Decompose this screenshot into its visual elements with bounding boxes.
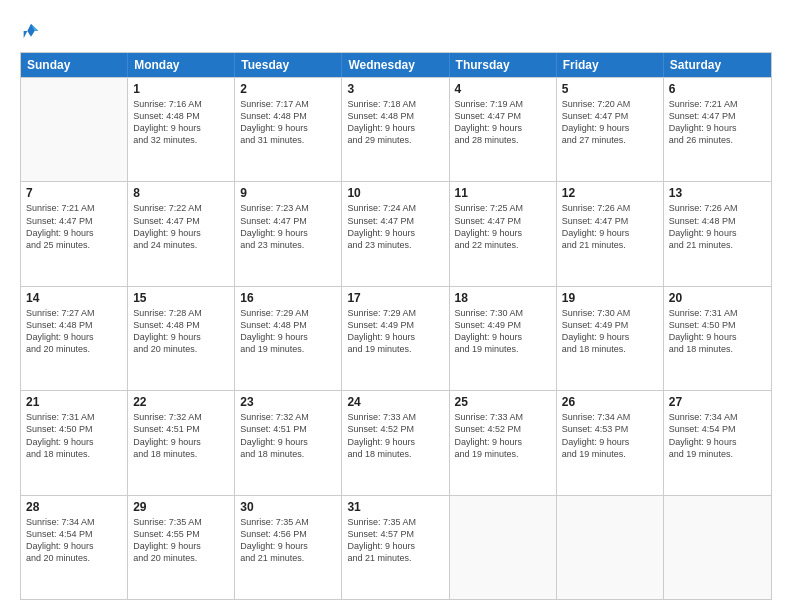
cell-day-number: 31 — [347, 500, 443, 514]
cell-day-number: 28 — [26, 500, 122, 514]
logo-icon — [20, 20, 42, 42]
cell-info: Sunrise: 7:28 AM Sunset: 4:48 PM Dayligh… — [133, 307, 229, 356]
page: SundayMondayTuesdayWednesdayThursdayFrid… — [0, 0, 792, 612]
calendar-cell: 18Sunrise: 7:30 AM Sunset: 4:49 PM Dayli… — [450, 287, 557, 390]
calendar-cell: 25Sunrise: 7:33 AM Sunset: 4:52 PM Dayli… — [450, 391, 557, 494]
cell-day-number: 8 — [133, 186, 229, 200]
weekday-header-wednesday: Wednesday — [342, 53, 449, 77]
cell-info: Sunrise: 7:32 AM Sunset: 4:51 PM Dayligh… — [240, 411, 336, 460]
cell-day-number: 13 — [669, 186, 766, 200]
calendar-row-0: 1Sunrise: 7:16 AM Sunset: 4:48 PM Daylig… — [21, 77, 771, 181]
calendar-cell: 23Sunrise: 7:32 AM Sunset: 4:51 PM Dayli… — [235, 391, 342, 494]
cell-info: Sunrise: 7:21 AM Sunset: 4:47 PM Dayligh… — [26, 202, 122, 251]
calendar-cell — [21, 78, 128, 181]
calendar-cell: 13Sunrise: 7:26 AM Sunset: 4:48 PM Dayli… — [664, 182, 771, 285]
cell-info: Sunrise: 7:33 AM Sunset: 4:52 PM Dayligh… — [347, 411, 443, 460]
weekday-header-thursday: Thursday — [450, 53, 557, 77]
cell-day-number: 19 — [562, 291, 658, 305]
calendar-cell: 21Sunrise: 7:31 AM Sunset: 4:50 PM Dayli… — [21, 391, 128, 494]
cell-info: Sunrise: 7:31 AM Sunset: 4:50 PM Dayligh… — [26, 411, 122, 460]
cell-day-number: 1 — [133, 82, 229, 96]
cell-day-number: 7 — [26, 186, 122, 200]
cell-day-number: 18 — [455, 291, 551, 305]
weekday-header-saturday: Saturday — [664, 53, 771, 77]
cell-info: Sunrise: 7:34 AM Sunset: 4:54 PM Dayligh… — [26, 516, 122, 565]
calendar-cell: 10Sunrise: 7:24 AM Sunset: 4:47 PM Dayli… — [342, 182, 449, 285]
cell-info: Sunrise: 7:34 AM Sunset: 4:54 PM Dayligh… — [669, 411, 766, 460]
calendar-cell — [664, 496, 771, 599]
cell-info: Sunrise: 7:16 AM Sunset: 4:48 PM Dayligh… — [133, 98, 229, 147]
calendar-cell: 16Sunrise: 7:29 AM Sunset: 4:48 PM Dayli… — [235, 287, 342, 390]
cell-day-number: 25 — [455, 395, 551, 409]
cell-day-number: 4 — [455, 82, 551, 96]
calendar-cell: 1Sunrise: 7:16 AM Sunset: 4:48 PM Daylig… — [128, 78, 235, 181]
cell-info: Sunrise: 7:33 AM Sunset: 4:52 PM Dayligh… — [455, 411, 551, 460]
calendar-cell — [557, 496, 664, 599]
cell-day-number: 27 — [669, 395, 766, 409]
cell-info: Sunrise: 7:35 AM Sunset: 4:56 PM Dayligh… — [240, 516, 336, 565]
calendar-cell: 3Sunrise: 7:18 AM Sunset: 4:48 PM Daylig… — [342, 78, 449, 181]
calendar-cell: 4Sunrise: 7:19 AM Sunset: 4:47 PM Daylig… — [450, 78, 557, 181]
cell-day-number: 10 — [347, 186, 443, 200]
calendar-cell: 31Sunrise: 7:35 AM Sunset: 4:57 PM Dayli… — [342, 496, 449, 599]
calendar-cell: 8Sunrise: 7:22 AM Sunset: 4:47 PM Daylig… — [128, 182, 235, 285]
calendar-cell: 6Sunrise: 7:21 AM Sunset: 4:47 PM Daylig… — [664, 78, 771, 181]
cell-info: Sunrise: 7:34 AM Sunset: 4:53 PM Dayligh… — [562, 411, 658, 460]
cell-day-number: 3 — [347, 82, 443, 96]
logo — [20, 18, 44, 42]
calendar-row-1: 7Sunrise: 7:21 AM Sunset: 4:47 PM Daylig… — [21, 181, 771, 285]
calendar-cell: 9Sunrise: 7:23 AM Sunset: 4:47 PM Daylig… — [235, 182, 342, 285]
cell-day-number: 16 — [240, 291, 336, 305]
calendar-cell: 30Sunrise: 7:35 AM Sunset: 4:56 PM Dayli… — [235, 496, 342, 599]
cell-day-number: 12 — [562, 186, 658, 200]
cell-day-number: 21 — [26, 395, 122, 409]
calendar-cell — [450, 496, 557, 599]
calendar-cell: 11Sunrise: 7:25 AM Sunset: 4:47 PM Dayli… — [450, 182, 557, 285]
cell-info: Sunrise: 7:27 AM Sunset: 4:48 PM Dayligh… — [26, 307, 122, 356]
cell-info: Sunrise: 7:30 AM Sunset: 4:49 PM Dayligh… — [455, 307, 551, 356]
calendar-cell: 24Sunrise: 7:33 AM Sunset: 4:52 PM Dayli… — [342, 391, 449, 494]
calendar-cell: 28Sunrise: 7:34 AM Sunset: 4:54 PM Dayli… — [21, 496, 128, 599]
cell-info: Sunrise: 7:20 AM Sunset: 4:47 PM Dayligh… — [562, 98, 658, 147]
cell-day-number: 6 — [669, 82, 766, 96]
cell-info: Sunrise: 7:35 AM Sunset: 4:57 PM Dayligh… — [347, 516, 443, 565]
weekday-header-monday: Monday — [128, 53, 235, 77]
calendar-cell: 20Sunrise: 7:31 AM Sunset: 4:50 PM Dayli… — [664, 287, 771, 390]
cell-day-number: 30 — [240, 500, 336, 514]
cell-info: Sunrise: 7:23 AM Sunset: 4:47 PM Dayligh… — [240, 202, 336, 251]
cell-day-number: 26 — [562, 395, 658, 409]
cell-info: Sunrise: 7:24 AM Sunset: 4:47 PM Dayligh… — [347, 202, 443, 251]
cell-info: Sunrise: 7:18 AM Sunset: 4:48 PM Dayligh… — [347, 98, 443, 147]
calendar-cell: 2Sunrise: 7:17 AM Sunset: 4:48 PM Daylig… — [235, 78, 342, 181]
cell-day-number: 11 — [455, 186, 551, 200]
cell-info: Sunrise: 7:19 AM Sunset: 4:47 PM Dayligh… — [455, 98, 551, 147]
weekday-header-friday: Friday — [557, 53, 664, 77]
cell-day-number: 22 — [133, 395, 229, 409]
cell-day-number: 5 — [562, 82, 658, 96]
cell-day-number: 9 — [240, 186, 336, 200]
cell-info: Sunrise: 7:22 AM Sunset: 4:47 PM Dayligh… — [133, 202, 229, 251]
cell-info: Sunrise: 7:26 AM Sunset: 4:47 PM Dayligh… — [562, 202, 658, 251]
calendar-cell: 7Sunrise: 7:21 AM Sunset: 4:47 PM Daylig… — [21, 182, 128, 285]
cell-day-number: 23 — [240, 395, 336, 409]
calendar-body: 1Sunrise: 7:16 AM Sunset: 4:48 PM Daylig… — [21, 77, 771, 599]
cell-info: Sunrise: 7:35 AM Sunset: 4:55 PM Dayligh… — [133, 516, 229, 565]
cell-day-number: 15 — [133, 291, 229, 305]
calendar-row-4: 28Sunrise: 7:34 AM Sunset: 4:54 PM Dayli… — [21, 495, 771, 599]
calendar-cell: 19Sunrise: 7:30 AM Sunset: 4:49 PM Dayli… — [557, 287, 664, 390]
calendar: SundayMondayTuesdayWednesdayThursdayFrid… — [20, 52, 772, 600]
cell-day-number: 24 — [347, 395, 443, 409]
calendar-cell: 5Sunrise: 7:20 AM Sunset: 4:47 PM Daylig… — [557, 78, 664, 181]
calendar-cell: 15Sunrise: 7:28 AM Sunset: 4:48 PM Dayli… — [128, 287, 235, 390]
cell-info: Sunrise: 7:26 AM Sunset: 4:48 PM Dayligh… — [669, 202, 766, 251]
calendar-cell: 27Sunrise: 7:34 AM Sunset: 4:54 PM Dayli… — [664, 391, 771, 494]
cell-day-number: 17 — [347, 291, 443, 305]
weekday-header-tuesday: Tuesday — [235, 53, 342, 77]
calendar-cell: 22Sunrise: 7:32 AM Sunset: 4:51 PM Dayli… — [128, 391, 235, 494]
calendar-row-3: 21Sunrise: 7:31 AM Sunset: 4:50 PM Dayli… — [21, 390, 771, 494]
calendar-cell: 17Sunrise: 7:29 AM Sunset: 4:49 PM Dayli… — [342, 287, 449, 390]
calendar-cell: 26Sunrise: 7:34 AM Sunset: 4:53 PM Dayli… — [557, 391, 664, 494]
cell-day-number: 20 — [669, 291, 766, 305]
calendar-row-2: 14Sunrise: 7:27 AM Sunset: 4:48 PM Dayli… — [21, 286, 771, 390]
cell-day-number: 14 — [26, 291, 122, 305]
